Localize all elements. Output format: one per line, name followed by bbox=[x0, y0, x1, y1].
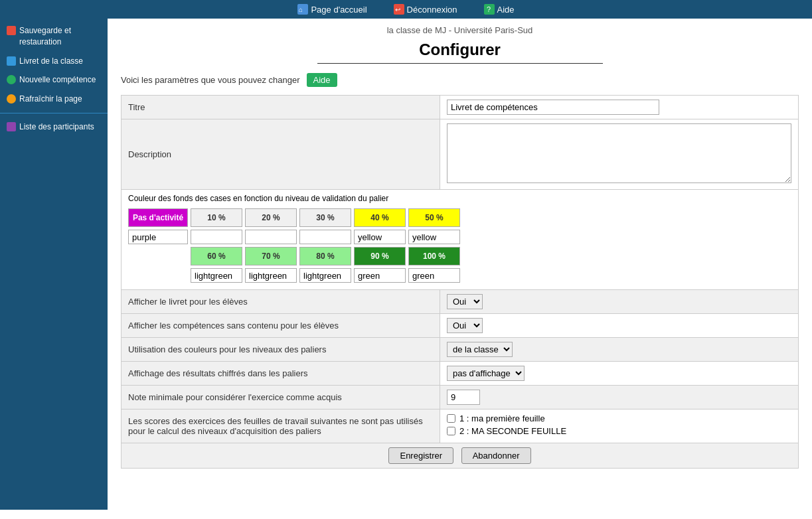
sidebar-item-livret[interactable]: Livret de la classe bbox=[0, 52, 108, 71]
svg-text:↩: ↩ bbox=[395, 6, 400, 13]
sidebar-label-sauvegarde: Sauvegarde et restauration bbox=[19, 25, 101, 48]
feuille2-checkbox[interactable] bbox=[447, 427, 455, 435]
save-icon bbox=[7, 26, 16, 35]
color-input-4[interactable] bbox=[354, 230, 406, 244]
livret-icon bbox=[7, 56, 16, 66]
aide-button[interactable]: Aide bbox=[307, 73, 337, 87]
feuille1-row: 1 : ma première feuille bbox=[447, 413, 791, 423]
sidebar-divider bbox=[0, 113, 108, 113]
note-minimale-input[interactable] bbox=[447, 390, 480, 405]
config-table: Titre Description Couleur des fonds des … bbox=[121, 95, 799, 469]
color-input-8[interactable] bbox=[299, 268, 351, 283]
color-box-0: Pas d'activité bbox=[128, 208, 188, 227]
afficher-competences-select[interactable]: Oui Non bbox=[447, 318, 483, 333]
color-box-4: 40 % bbox=[354, 208, 406, 227]
color-input-6[interactable] bbox=[191, 268, 242, 283]
logout-icon: ↩ bbox=[394, 4, 404, 15]
intro-row: Voici les paramètres que vous pouvez cha… bbox=[121, 73, 799, 87]
color-box-8: 80 % bbox=[299, 247, 351, 265]
page-subtitle: la classe de MJ - Université Paris-Sud bbox=[121, 25, 799, 35]
topbar-home[interactable]: ⌂ Page d'accueil bbox=[297, 4, 366, 15]
color-input-2[interactable] bbox=[245, 230, 297, 244]
titre-input[interactable] bbox=[447, 100, 659, 115]
color-input-9[interactable] bbox=[354, 268, 406, 283]
help-icon: ? bbox=[484, 4, 495, 15]
description-value-cell bbox=[440, 119, 799, 190]
affichage-resultats-row: Affichage des résultats chiffrés dans le… bbox=[122, 362, 799, 386]
page-title: Configurer bbox=[121, 40, 799, 59]
scores-label: Les scores des exercices des feuilles de… bbox=[122, 409, 440, 443]
sidebar-item-nouvelle[interactable]: Nouvelle compétence bbox=[0, 70, 108, 90]
afficher-livret-value-cell: Oui Non bbox=[440, 290, 799, 314]
sidebar: Sauvegarde et restauration Livret de la … bbox=[0, 19, 108, 510]
buttons-cell: Enregistrer Abandonner bbox=[122, 443, 799, 469]
color-input-3[interactable] bbox=[299, 230, 351, 244]
feuille2-label: 2 : MA SECONDE FEUILLE bbox=[459, 426, 566, 436]
color-box-6: 60 % bbox=[191, 247, 242, 265]
afficher-livret-row: Afficher le livret pour les élèves Oui N… bbox=[122, 290, 799, 314]
topbar-home-label: Page d'accueil bbox=[311, 5, 366, 15]
feuille2-row: 2 : MA SECONDE FEUILLE bbox=[447, 426, 791, 436]
utilisation-couleurs-label: Utilisation des couleurs pour les niveau… bbox=[122, 338, 440, 362]
affichage-resultats-value-cell: pas d'affichage bbox=[440, 362, 799, 386]
refresh-icon bbox=[7, 94, 16, 104]
utilisation-couleurs-value-cell: de la classe bbox=[440, 338, 799, 362]
color-input-10[interactable] bbox=[408, 268, 460, 283]
color-box-10: 100 % bbox=[408, 247, 460, 265]
color-boxes-row1: Pas d'activité 10 % 20 % 30 % 40 % 50 % bbox=[128, 208, 791, 227]
color-inputs-row2 bbox=[191, 268, 791, 283]
color-input-7[interactable] bbox=[245, 268, 297, 283]
affichage-resultats-label: Affichage des résultats chiffrés dans le… bbox=[122, 362, 440, 386]
affichage-resultats-select[interactable]: pas d'affichage bbox=[447, 366, 525, 381]
titre-label: Titre bbox=[122, 96, 440, 119]
color-row: Couleur des fonds des cases en fonction … bbox=[122, 190, 799, 290]
topbar-logout[interactable]: ↩ Déconnexion bbox=[394, 4, 457, 15]
color-input-0[interactable] bbox=[128, 230, 188, 244]
feuille1-label: 1 : ma première feuille bbox=[459, 413, 545, 423]
svg-text:?: ? bbox=[487, 5, 491, 13]
afficher-competences-value-cell: Oui Non bbox=[440, 314, 799, 338]
color-box-7: 70 % bbox=[245, 247, 297, 265]
color-box-9: 90 % bbox=[354, 247, 406, 265]
afficher-competences-row: Afficher les compétences sans contenu po… bbox=[122, 314, 799, 338]
enregistrer-button[interactable]: Enregistrer bbox=[388, 447, 453, 464]
note-minimale-value-cell bbox=[440, 386, 799, 409]
topbar-help[interactable]: ? Aide bbox=[484, 4, 515, 15]
layout: Sauvegarde et restauration Livret de la … bbox=[0, 19, 812, 510]
buttons-row: Enregistrer Abandonner bbox=[122, 443, 799, 469]
sidebar-label-nouvelle: Nouvelle compétence bbox=[19, 74, 96, 86]
description-label: Description bbox=[122, 119, 440, 190]
color-input-1[interactable] bbox=[191, 230, 242, 244]
sidebar-item-sauvegarde[interactable]: Sauvegarde et restauration bbox=[0, 21, 108, 52]
sidebar-item-rafraichir[interactable]: Rafraîchir la page bbox=[0, 90, 108, 109]
title-divider bbox=[317, 63, 603, 64]
list-icon bbox=[7, 122, 16, 131]
sidebar-label-rafraichir: Rafraîchir la page bbox=[19, 94, 82, 105]
color-input-5[interactable] bbox=[408, 230, 460, 244]
sidebar-label-livret: Livret de la classe bbox=[19, 56, 83, 67]
color-box-3: 30 % bbox=[299, 208, 351, 227]
sidebar-label-liste: Liste des participants bbox=[19, 121, 94, 133]
intro-label: Voici les paramètres que vous pouvez cha… bbox=[121, 75, 300, 85]
svg-text:⌂: ⌂ bbox=[299, 6, 303, 13]
utilisation-couleurs-select[interactable]: de la classe bbox=[447, 342, 513, 357]
home-icon: ⌂ bbox=[297, 4, 308, 15]
sidebar-item-liste[interactable]: Liste des participants bbox=[0, 117, 108, 137]
scores-row: Les scores des exercices des feuilles de… bbox=[122, 409, 799, 443]
afficher-livret-select[interactable]: Oui Non bbox=[447, 294, 483, 309]
topbar-help-label: Aide bbox=[497, 5, 515, 15]
color-section-cell: Couleur des fonds des cases en fonction … bbox=[122, 190, 799, 290]
titre-value-cell bbox=[440, 96, 799, 119]
utilisation-couleurs-row: Utilisation des couleurs pour les niveau… bbox=[122, 338, 799, 362]
color-boxes-row2: 60 % 70 % 80 % 90 % 100 % bbox=[191, 247, 791, 265]
color-inputs-row1 bbox=[128, 230, 791, 244]
titre-row: Titre bbox=[122, 96, 799, 119]
color-box-1: 10 % bbox=[191, 208, 242, 227]
afficher-livret-label: Afficher le livret pour les élèves bbox=[122, 290, 440, 314]
feuille1-checkbox[interactable] bbox=[447, 414, 455, 423]
main-content: la classe de MJ - Université Paris-Sud C… bbox=[108, 19, 812, 510]
description-textarea[interactable] bbox=[447, 123, 791, 183]
note-minimale-label: Note minimale pour considérer l'exercice… bbox=[122, 386, 440, 409]
abandonner-button[interactable]: Abandonner bbox=[461, 447, 531, 464]
scores-value-cell: 1 : ma première feuille 2 : MA SECONDE F… bbox=[440, 409, 799, 443]
